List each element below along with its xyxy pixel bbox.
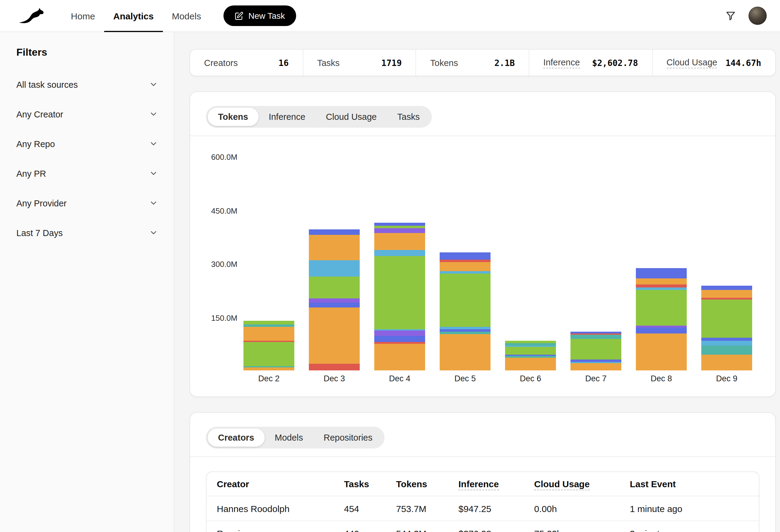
bar-segment-green[interactable] [243, 321, 294, 324]
tab-tokens[interactable]: Tokens [208, 108, 258, 126]
funnel-icon[interactable] [725, 10, 736, 21]
filter-provider[interactable]: Any Provider [16, 188, 158, 218]
x-axis-label: Dec 9 [716, 370, 738, 386]
bar-segment-green[interactable] [505, 347, 556, 354]
bar-segment-indigo[interactable] [440, 253, 491, 260]
bar-segment-teal[interactable] [440, 332, 491, 334]
tab-repositories[interactable]: Repositories [313, 428, 383, 447]
bar-segment-orange[interactable] [571, 363, 621, 370]
tab-cloud-usage[interactable]: Cloud Usage [315, 108, 387, 126]
bar-segment-purple[interactable] [374, 228, 425, 233]
bar-segment-purple[interactable] [636, 325, 687, 327]
bar-segment-red[interactable] [440, 260, 491, 262]
bar-dec-4[interactable]: Dec 4 [374, 144, 425, 386]
tab-tasks[interactable]: Tasks [387, 108, 430, 126]
bar-segment-indigo[interactable] [636, 268, 687, 278]
bar-segment-indigo[interactable] [701, 286, 752, 289]
stat-label-inference[interactable]: Inference [543, 57, 580, 68]
bar-segment-indigo[interactable] [309, 303, 360, 308]
bar-segment-sky[interactable] [440, 271, 491, 274]
bar-segment-orange[interactable] [440, 334, 491, 370]
bar-segment-orange[interactable] [701, 355, 752, 370]
bar-segment-orange[interactable] [701, 289, 752, 298]
bar-segment-sky[interactable] [374, 250, 425, 256]
bar-segment-green[interactable] [636, 290, 687, 326]
bar-segment-sky[interactable] [440, 327, 491, 329]
bar-segment-teal[interactable] [505, 356, 556, 358]
bar-segment-indigo[interactable] [440, 329, 491, 332]
bar-segment-sky[interactable] [701, 341, 752, 346]
main-nav: Home Analytics Models [62, 0, 210, 32]
bar-segment-indigo[interactable] [309, 229, 360, 235]
filter-label: Any Repo [16, 139, 55, 149]
bar-dec-8[interactable]: Dec 8 [636, 144, 687, 386]
bar-segment-green[interactable] [571, 339, 621, 360]
bar-segment-sky[interactable] [309, 261, 360, 277]
nav-analytics[interactable]: Analytics [104, 0, 162, 32]
filter-pr[interactable]: Any PR [16, 159, 158, 188]
bar-segment-orange[interactable] [309, 308, 360, 364]
bar-segment-orange[interactable] [636, 278, 687, 284]
bar-segment-orange[interactable] [440, 262, 491, 271]
bar-dec-5[interactable]: Dec 5 [440, 144, 491, 386]
bar-segment-indigo[interactable] [636, 327, 687, 333]
bar-segment-green[interactable] [309, 277, 360, 299]
chevron-down-icon [149, 228, 158, 237]
bar-dec-3[interactable]: Dec 3 [309, 144, 360, 386]
table-row[interactable]: Rooviewer 440 544.3M $376.28 75.23h 3 mi… [206, 521, 759, 532]
col-header-cloud-usage[interactable]: Cloud Usage [534, 479, 590, 490]
bar-segment-purple[interactable] [374, 331, 425, 336]
nav-home[interactable]: Home [62, 0, 104, 32]
bar-segment-green[interactable] [243, 342, 294, 366]
bar-segment-orange[interactable] [505, 358, 556, 370]
bar-segment-teal[interactable] [701, 345, 752, 355]
bar-segment-indigo[interactable] [571, 331, 621, 333]
bar-segment-indigo[interactable] [374, 335, 425, 342]
filter-label: Any PR [16, 169, 46, 178]
bar-dec-9[interactable]: Dec 9 [701, 144, 752, 386]
x-axis-label: Dec 5 [454, 370, 476, 386]
kangaroo-logo[interactable] [18, 6, 47, 25]
bar-segment-purple[interactable] [309, 299, 360, 303]
bar-segment-green[interactable] [505, 341, 556, 343]
main-content: Creators 16 Tasks 1719 Tokens 2.1B Infer… [175, 32, 780, 532]
tab-inference[interactable]: Inference [258, 108, 315, 126]
bar-segment-orange[interactable] [243, 326, 294, 341]
bar-segment-green[interactable] [440, 274, 491, 327]
bar-segment-orange[interactable] [243, 368, 294, 370]
bar-segment-green[interactable] [374, 226, 425, 228]
bar-dec-7[interactable]: Dec 7 [571, 144, 621, 386]
bar-segment-orange[interactable] [636, 333, 687, 370]
bar-segment-orange[interactable] [374, 233, 425, 250]
filter-task-sources[interactable]: All task sources [16, 69, 158, 99]
bar-segment-orange[interactable] [374, 343, 425, 370]
breakdown-tabs: Creators Models Repositories [206, 427, 385, 448]
bar-segment-teal[interactable] [243, 324, 294, 326]
bar-stack [374, 223, 425, 370]
stat-label-cloud-usage[interactable]: Cloud Usage [667, 57, 717, 68]
filter-repo[interactable]: Any Repo [16, 129, 158, 159]
bar-dec-6[interactable]: Dec 6 [505, 144, 556, 386]
bar-segment-green[interactable] [374, 256, 425, 329]
bar-segment-teal[interactable] [571, 335, 621, 339]
col-header-inference[interactable]: Inference [458, 479, 499, 490]
filter-creator[interactable]: Any Creator [16, 99, 158, 129]
bar-segment-orange[interactable] [309, 235, 360, 261]
bar-segment-green[interactable] [701, 299, 752, 338]
bar-segment-sky[interactable] [636, 287, 687, 290]
tab-models[interactable]: Models [264, 428, 313, 447]
filter-date-range[interactable]: Last 7 Days [16, 218, 158, 248]
table-row[interactable]: Hannes Roodolph 454 753.7M $947.25 0.00h… [206, 496, 759, 521]
bar-dec-2[interactable]: Dec 2 [243, 144, 294, 386]
new-task-button[interactable]: New Task [224, 5, 296, 26]
avatar[interactable] [748, 7, 767, 25]
cell-cloud-usage: 0.00h [534, 503, 630, 514]
bar-segment-indigo[interactable] [571, 360, 621, 362]
bar-segment-indigo[interactable] [374, 223, 425, 226]
bar-segment-red[interactable] [636, 284, 687, 287]
nav-models[interactable]: Models [162, 0, 210, 32]
bar-segment-indigo[interactable] [701, 338, 752, 340]
bar-segment-teal[interactable] [505, 343, 556, 345]
bar-segment-red[interactable] [309, 364, 360, 370]
tab-creators[interactable]: Creators [208, 428, 264, 447]
